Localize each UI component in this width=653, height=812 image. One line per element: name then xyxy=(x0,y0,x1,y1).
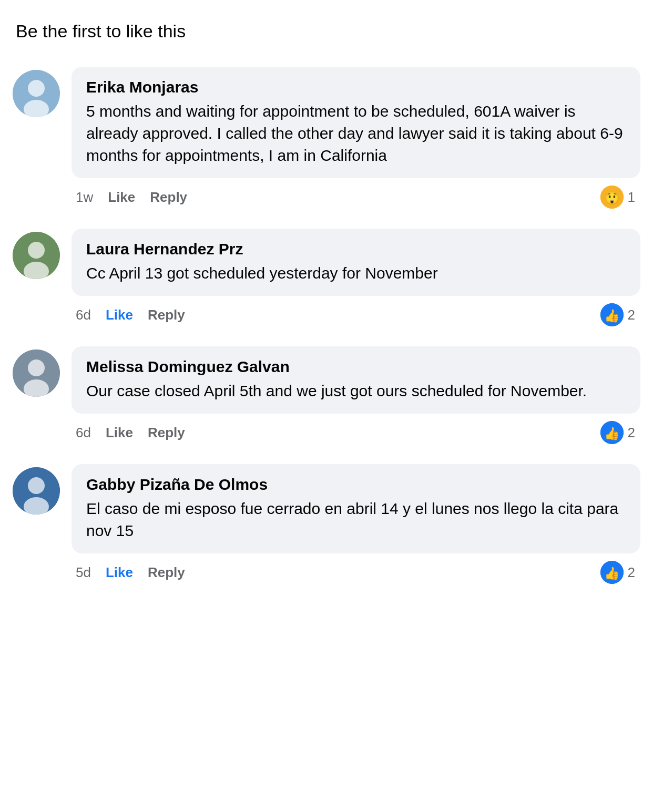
comment-author-name[interactable]: Melissa Dominguez Galvan xyxy=(86,358,626,376)
comment-text: 5 months and waiting for appointment to … xyxy=(86,100,626,167)
svg-text:👍: 👍 xyxy=(604,308,620,323)
svg-point-11 xyxy=(28,359,45,376)
comment-item: Erika Monjaras5 months and waiting for a… xyxy=(0,57,653,214)
comment-text: Our case closed April 5th and we just go… xyxy=(86,380,626,402)
comment-body: Gabby Pizaña De OlmosEl caso de mi espos… xyxy=(72,464,640,584)
reaction-badge[interactable]: 👍 2 xyxy=(600,421,635,444)
comment-item: Melissa Dominguez GalvanOur case closed … xyxy=(0,337,653,449)
comment-actions: 6dLikeReply 👍 2 xyxy=(72,303,640,326)
comment-actions: 5dLikeReply 👍 2 xyxy=(72,561,640,584)
reply-button[interactable]: Reply xyxy=(148,564,185,581)
reaction-emoji: 👍 xyxy=(600,303,624,326)
comment-time: 1w xyxy=(76,189,93,205)
avatar xyxy=(13,70,60,117)
svg-text:👍: 👍 xyxy=(604,426,620,441)
reaction-count: 1 xyxy=(628,189,635,205)
reply-button[interactable]: Reply xyxy=(150,189,187,205)
svg-text:👍: 👍 xyxy=(604,566,620,581)
like-button[interactable]: Like xyxy=(106,425,133,441)
reaction-count: 2 xyxy=(628,307,635,323)
comment-author-name[interactable]: Erika Monjaras xyxy=(86,78,626,96)
reaction-badge[interactable]: 👍 2 xyxy=(600,561,635,584)
like-button[interactable]: Like xyxy=(106,564,133,581)
reaction-count: 2 xyxy=(628,564,635,581)
comment-time: 6d xyxy=(76,307,91,323)
reply-button[interactable]: Reply xyxy=(148,425,185,441)
reply-button[interactable]: Reply xyxy=(148,307,185,323)
comment-bubble: Laura Hernandez PrzCc April 13 got sched… xyxy=(72,229,640,296)
reaction-emoji: 👍 xyxy=(600,561,624,584)
comments-list: Erika Monjaras5 months and waiting for a… xyxy=(0,57,653,589)
svg-text:😲: 😲 xyxy=(604,190,620,205)
reaction-badge[interactable]: 👍 2 xyxy=(600,303,635,326)
comment-actions: 1wLikeReply 😲 1 xyxy=(72,186,640,209)
svg-point-16 xyxy=(28,477,45,494)
avatar xyxy=(13,467,60,515)
comment-time: 6d xyxy=(76,425,91,441)
reaction-count: 2 xyxy=(628,425,635,441)
comment-bubble: Melissa Dominguez GalvanOur case closed … xyxy=(72,346,640,414)
comment-bubble: Gabby Pizaña De OlmosEl caso de mi espos… xyxy=(72,464,640,553)
avatar xyxy=(13,232,60,279)
comment-bubble: Erika Monjaras5 months and waiting for a… xyxy=(72,67,640,178)
comment-author-name[interactable]: Laura Hernandez Prz xyxy=(86,240,626,258)
comment-time: 5d xyxy=(76,564,91,581)
like-button[interactable]: Like xyxy=(108,189,135,205)
comment-item: Laura Hernandez PrzCc April 13 got sched… xyxy=(0,219,653,332)
like-button[interactable]: Like xyxy=(106,307,133,323)
comment-item: Gabby Pizaña De OlmosEl caso de mi espos… xyxy=(0,455,653,589)
comment-body: Laura Hernandez PrzCc April 13 got sched… xyxy=(72,229,640,326)
svg-point-1 xyxy=(28,80,45,97)
comment-text: El caso de mi esposo fue cerrado en abri… xyxy=(86,498,626,542)
comment-author-name[interactable]: Gabby Pizaña De Olmos xyxy=(86,476,626,494)
be-first-label: Be the first to like this xyxy=(0,11,653,57)
reaction-badge[interactable]: 😲 1 xyxy=(600,186,635,209)
svg-point-6 xyxy=(28,242,45,259)
comment-body: Erika Monjaras5 months and waiting for a… xyxy=(72,67,640,209)
comment-actions: 6dLikeReply 👍 2 xyxy=(72,421,640,444)
reaction-emoji: 😲 xyxy=(600,186,624,209)
reaction-emoji: 👍 xyxy=(600,421,624,444)
avatar xyxy=(13,350,60,397)
comment-text: Cc April 13 got scheduled yesterday for … xyxy=(86,262,626,284)
comment-body: Melissa Dominguez GalvanOur case closed … xyxy=(72,346,640,444)
